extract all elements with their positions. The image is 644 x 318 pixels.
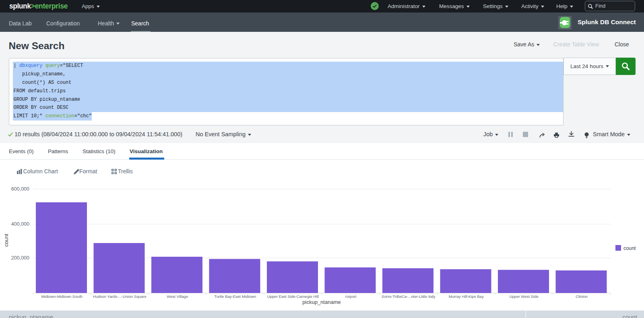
svg-text:Midtown-Midtown South: Midtown-Midtown South	[41, 294, 83, 299]
svg-text:count: count	[3, 234, 9, 247]
svg-text:600,000: 600,000	[11, 186, 29, 192]
svg-text:Airport: Airport	[345, 294, 357, 299]
svg-text:Upper East Side-Carnegie Hill: Upper East Side-Carnegie Hill	[267, 294, 319, 299]
svg-text:Clinton: Clinton	[576, 294, 588, 299]
svg-text:Upper West Side: Upper West Side	[510, 294, 539, 299]
svg-text:West Village: West Village	[167, 294, 188, 299]
svg-text:count: count	[623, 245, 636, 251]
svg-text:400,000: 400,000	[11, 221, 29, 227]
svg-text:200,000: 200,000	[11, 255, 29, 261]
svg-text:Hudson Yards-...-Union Square: Hudson Yards-...-Union Square	[93, 294, 147, 299]
svg-text:pickup_ntaname: pickup_ntaname	[302, 299, 341, 305]
svg-text:SoHo-TriBeCa-...nter-Little It: SoHo-TriBeCa-...nter-Little Italy	[382, 294, 436, 299]
svg-text:Murray Hill-Kips Bay: Murray Hill-Kips Bay	[449, 294, 484, 299]
svg-text:Turtle Bay-East Midtown: Turtle Bay-East Midtown	[214, 294, 256, 299]
